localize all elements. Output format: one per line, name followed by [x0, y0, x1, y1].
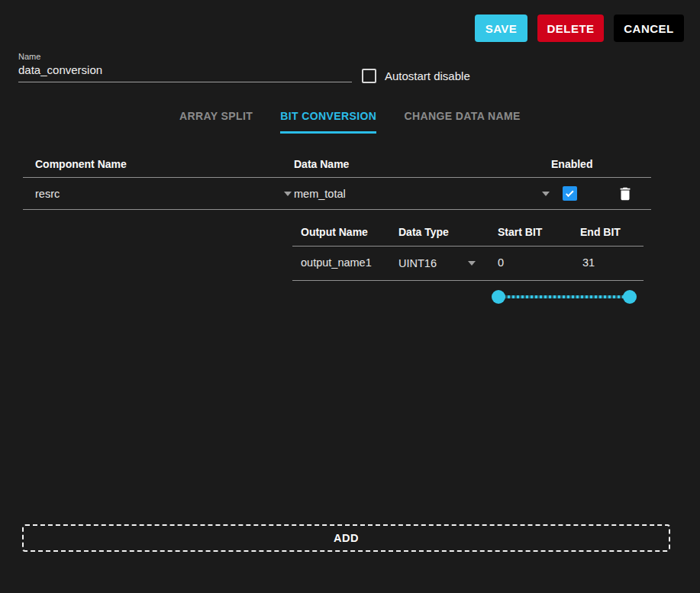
bit-output-table: Output Name Data Type Start BIT End BIT …	[292, 218, 644, 281]
column-header-end-bit: End BIT	[580, 226, 621, 238]
data-type-value: UINT16	[398, 257, 437, 269]
autostart-label: Autostart disable	[385, 69, 470, 82]
enabled-cell	[563, 178, 577, 209]
column-header-data-name: Data Name	[294, 158, 349, 170]
conversion-table-header: Component Name Data Name Enabled	[23, 153, 651, 178]
data-type-select[interactable]: UINT16	[398, 247, 476, 280]
delete-row-button[interactable]	[613, 178, 637, 209]
name-field-label: Name	[18, 52, 352, 61]
autostart-checkbox[interactable]	[362, 69, 376, 83]
chevron-down-icon	[468, 261, 476, 266]
chevron-down-icon	[284, 192, 292, 196]
bit-output-row: output_name1 UINT16 0 31	[292, 247, 644, 281]
checkmark-icon	[565, 189, 573, 197]
cancel-button[interactable]: CANCEL	[614, 15, 684, 42]
tab-bit-conversion[interactable]: BIT CONVERSION	[280, 110, 376, 134]
delete-button[interactable]: DELETE	[537, 15, 604, 42]
chevron-down-icon	[542, 192, 550, 196]
column-header-component-name: Component Name	[35, 158, 127, 170]
column-header-data-type: Data Type	[398, 226, 449, 238]
end-bit-value[interactable]: 31	[582, 256, 595, 269]
name-field: Name data_conversion	[18, 52, 352, 82]
column-header-output-name: Output Name	[301, 226, 368, 238]
slider-handle-start[interactable]	[492, 290, 505, 304]
data-name-value: mem_total	[294, 188, 346, 200]
slider-handle-end[interactable]	[623, 290, 637, 304]
autostart-row: Autostart disable	[362, 69, 470, 83]
column-header-start-bit: Start BIT	[498, 226, 542, 238]
tab-change-data-name[interactable]: CHANGE DATA NAME	[404, 110, 520, 134]
save-button[interactable]: SAVE	[475, 15, 527, 42]
conversion-table: Component Name Data Name Enabled resrc m…	[23, 153, 651, 210]
tab-array-split[interactable]: ARRAY SPLIT	[179, 110, 253, 134]
tab-bar: ARRAY SPLIT BIT CONVERSION CHANGE DATA N…	[166, 110, 534, 134]
enabled-checkbox[interactable]	[563, 186, 577, 201]
component-name-value: resrc	[35, 188, 60, 200]
add-button[interactable]: ADD	[22, 524, 670, 552]
data-name-select[interactable]: mem_total	[294, 178, 550, 209]
slider-track[interactable]	[498, 295, 630, 298]
column-header-enabled: Enabled	[551, 158, 592, 170]
bit-conversion-dialog: SAVE DELETE CANCEL Name data_conversion …	[0, 0, 700, 593]
output-name-value[interactable]: output_name1	[301, 256, 372, 269]
bit-range-slider[interactable]	[492, 290, 637, 304]
action-button-row: SAVE DELETE CANCEL	[475, 15, 684, 42]
start-bit-value[interactable]: 0	[498, 256, 504, 269]
trash-icon	[617, 185, 634, 203]
component-name-select[interactable]: resrc	[35, 178, 292, 209]
bit-output-table-header: Output Name Data Type Start BIT End BIT	[292, 218, 644, 247]
table-row: resrc mem_total	[23, 178, 651, 210]
name-input[interactable]: data_conversion	[18, 63, 352, 82]
